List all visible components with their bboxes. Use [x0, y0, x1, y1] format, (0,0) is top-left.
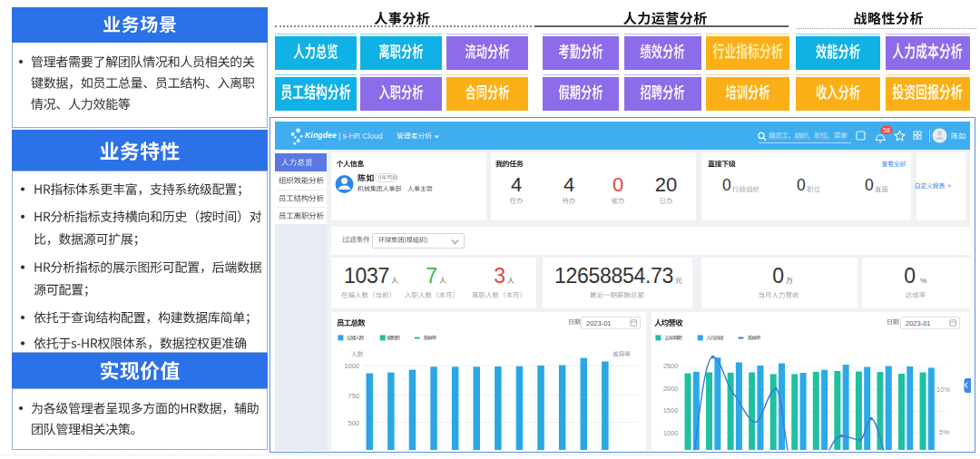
svg-text:58: 58: [883, 127, 890, 133]
